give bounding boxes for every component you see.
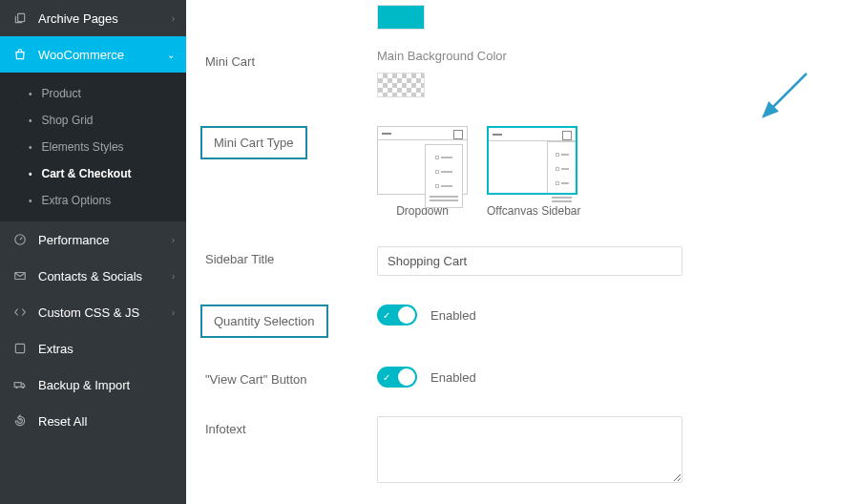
mini-cart-type-radio-group: Dropdown O [377,126,841,218]
infotext-textarea[interactable] [377,416,682,483]
check-icon: ✓ [383,372,390,383]
truck-icon [11,376,29,393]
copy-icon [11,10,29,27]
sidebar-item-label: Extras [38,342,175,356]
sidebar-item-woocommerce[interactable]: WooCommerce ⌄ [0,36,186,73]
chevron-right-icon: › [172,235,175,245]
bag-icon [11,46,29,63]
toggle-status-quantity: Enabled [430,308,476,323]
sidebar-item-label: Contacts & Socials [38,269,172,284]
field-label-mini-cart-type: Mini Cart Type [214,136,294,150]
puzzle-icon [11,340,29,357]
sidebar: Archive Pages › WooCommerce ⌄ Product Sh… [0,0,186,504]
sidebar-subitem-shop-grid[interactable]: Shop Grid [0,107,186,134]
color-swatch-main-bg[interactable] [377,73,425,97]
mail-icon [11,267,29,284]
toggle-view-cart-button[interactable]: ✓ [377,367,417,388]
sidebar-subitem-extra-options[interactable]: Extra Options [0,187,186,214]
svg-point-5 [16,387,17,388]
sidebar-subitem-cart-checkout[interactable]: Cart & Checkout [0,160,186,187]
field-label-sidebar-title: Sidebar Title [205,246,377,266]
sidebar-item-label: Backup & Import [38,378,175,392]
sidebar-item-reset-all[interactable]: Reset All [0,403,186,439]
field-label-infotext: Infotext [205,416,377,436]
thumb-offcanvas [487,126,577,195]
sidebar-item-label: Performance [38,233,172,247]
chevron-right-icon: › [172,271,175,282]
sidebar-subitem-elements-styles[interactable]: Elements Styles [0,134,186,160]
sidebar-item-extras[interactable]: Extras [0,330,186,367]
field-label-view-cart-button: "View Cart" Button [205,367,377,387]
gauge-icon [11,231,29,248]
sidebar-item-custom-css-js[interactable]: Custom CSS & JS › [0,294,186,330]
highlight-quantity-selection: Quantity Selection [200,304,328,338]
radio-option-offcanvas[interactable]: Offcanvas Sidebar [487,126,581,218]
color-swatch-label-bg[interactable] [377,5,425,30]
chevron-right-icon: › [172,307,175,318]
field-label-main-bg-color: Main Background Color [377,49,841,63]
sidebar-item-label: Archive Pages [38,11,172,26]
radio-caption-offcanvas: Offcanvas Sidebar [487,204,581,218]
check-icon: ✓ [383,310,390,321]
sidebar-item-label: Reset All [38,414,175,429]
radio-option-dropdown[interactable]: Dropdown [377,126,468,218]
reset-icon [11,412,29,430]
field-label-mini-cart: Mini Cart [205,49,377,69]
field-label-amount-color: Amount Label Color [205,0,377,3]
thumb-dropdown [377,126,468,195]
highlight-mini-cart-type: Mini Cart Type [200,126,307,159]
svg-rect-4 [14,383,21,388]
chevron-right-icon: › [172,13,175,24]
toggle-status-viewcart: Enabled [430,370,476,385]
field-label-quantity-selection: Quantity Selection [214,314,315,328]
sidebar-item-backup-import[interactable]: Backup & Import [0,367,186,403]
toggle-quantity-selection[interactable]: ✓ [377,304,417,326]
svg-rect-0 [18,13,25,21]
sidebar-item-performance[interactable]: Performance › [0,221,186,258]
sidebar-item-archive-pages[interactable]: Archive Pages › [0,0,186,36]
sidebar-item-contacts-socials[interactable]: Contacts & Socials › [0,258,186,294]
svg-point-6 [22,387,23,388]
settings-panel: Amount Label Color Label Background Colo… [186,0,860,504]
chevron-down-icon: ⌄ [167,50,175,60]
sidebar-submenu: Product Shop Grid Elements Styles Cart &… [0,73,186,221]
sidebar-subitem-product[interactable]: Product [0,80,186,107]
svg-rect-3 [15,344,24,352]
sidebar-item-label: WooCommerce [38,48,167,62]
code-icon [11,304,29,321]
sidebar-item-label: Custom CSS & JS [38,305,172,320]
sidebar-title-input[interactable] [377,246,682,276]
